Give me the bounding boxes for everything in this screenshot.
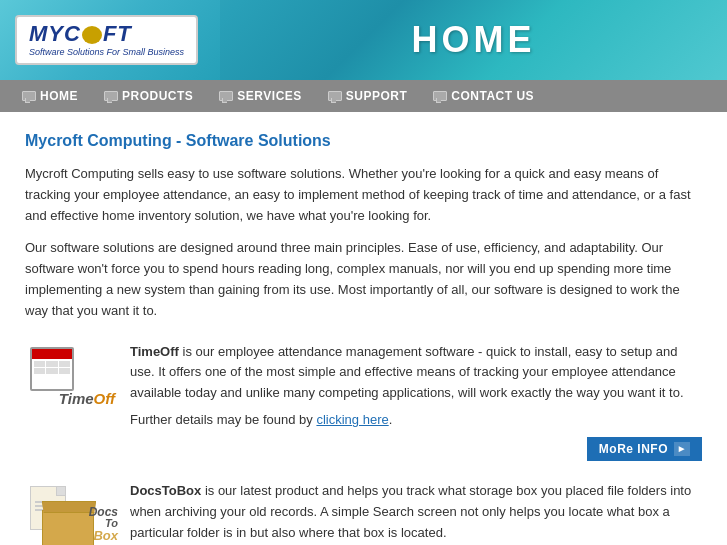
timeoff-clicking-here-link[interactable]: clicking here [316,412,388,427]
timeoff-name: TimeOff [130,344,179,359]
docsto-icon-area: Docs To Box [30,486,110,545]
timeoff-more-info-button[interactable]: MoRe INFO ► [587,437,702,461]
off-text: Off [94,390,115,407]
logo-o-icon [82,26,102,44]
nav-services[interactable]: SERVICES [207,85,313,107]
services-nav-icon [219,91,233,101]
docsto-text-logo: Docs To Box [89,506,118,542]
nav-contact[interactable]: CONTACT US [421,85,546,107]
docsto-product-section: Docs To Box DocsToBox is our latest prod… [25,481,702,545]
logo-myc: MYC [29,21,81,46]
box-text: Box [89,529,118,542]
more-info-arrow-icon: ► [674,442,690,456]
logo-text: MYCFT [29,23,132,45]
docsto-name: DocsToBox [130,483,201,498]
support-nav-icon [328,91,342,101]
nav-home[interactable]: HOME [10,85,90,107]
intro-paragraph-2: Our software solutions are designed arou… [25,238,702,321]
products-nav-icon [104,91,118,101]
docsto-desc: DocsToBox is our latest product and help… [130,481,702,543]
more-info-label: MoRe INFO [599,442,668,456]
cal-top [32,349,72,359]
page-header: MYCFT Software Solutions For Small Busin… [0,0,727,80]
timeoff-content: TimeOff is our employee attendance manag… [130,342,702,461]
nav-products[interactable]: PRODUCTS [92,85,205,107]
intro-paragraph-1: Mycroft Computing sells easy to use soft… [25,164,702,226]
timeoff-desc-text: is our employee attendance management so… [130,344,684,401]
logo-subtitle: Software Solutions For Small Business [29,47,184,57]
timeoff-more-info-area: MoRe INFO ► [130,435,702,461]
logo-ft: FT [103,21,132,46]
home-nav-icon [22,91,36,101]
docsto-logo: Docs To Box [25,481,115,545]
header-title-area: HOME [220,0,727,80]
cal-body [32,359,72,376]
time-text: Time [59,390,94,407]
logo-area: MYCFT Software Solutions For Small Busin… [0,0,220,80]
page-heading: Mycroft Computing - Software Solutions [25,132,702,150]
calendar-icon [30,347,74,391]
nav-bar: HOME PRODUCTS SERVICES SUPPORT CONTACT U… [0,80,727,112]
box-icon [42,510,94,545]
timeoff-icon-area: TimeOff [30,347,110,407]
timeoff-further: Further details may be found by clicking… [130,412,702,427]
docsto-content: DocsToBox is our latest product and help… [130,481,702,545]
main-content: Mycroft Computing - Software Solutions M… [0,112,727,545]
page-title: HOME [412,19,536,61]
logo-box: MYCFT Software Solutions For Small Busin… [15,15,198,65]
timeoff-desc: TimeOff is our employee attendance manag… [130,342,702,404]
timeoff-product-section: TimeOff TimeOff is our employee attendan… [25,342,702,461]
timeoff-text-logo: TimeOff [59,390,115,407]
contact-nav-icon [433,91,447,101]
nav-support[interactable]: SUPPORT [316,85,420,107]
docsto-desc-text: is our latest product and helps you trac… [130,483,691,540]
timeoff-logo: TimeOff [25,342,115,461]
